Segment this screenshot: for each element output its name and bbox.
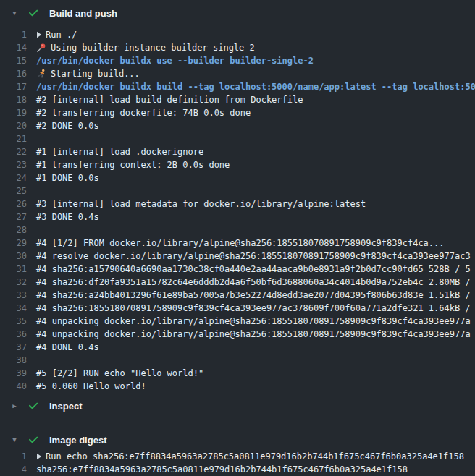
line-number[interactable]: 30 <box>0 250 27 263</box>
log-section-inspect: ▶Inspect <box>0 396 475 416</box>
runner-icon <box>36 69 51 79</box>
line-number[interactable]: 39 <box>0 367 27 380</box>
step-title-image-digest: Image digest <box>49 435 106 446</box>
log-text: #4 resolve docker.io/library/alpine@sha2… <box>27 250 475 263</box>
log-line: 26#3 [internal] load metadata for docker… <box>0 197 475 211</box>
log-text <box>27 184 475 197</box>
line-number[interactable]: 26 <box>0 197 27 211</box>
log-text: #2 DONE 0.0s <box>27 119 475 132</box>
success-check-icon <box>28 400 39 412</box>
line-number[interactable]: 18 <box>0 93 27 106</box>
log-section-image-digest: ▼Image digest1Run echo sha256:e7ff8834a5… <box>0 430 475 476</box>
log-line: 33#4 sha256:a24bb4013296f61e89ba57005a7b… <box>0 289 475 302</box>
expand-group-icon[interactable] <box>36 453 42 460</box>
log-text: #5 [2/2] RUN echo "Hello world!" <box>27 367 475 380</box>
log-line: 30#4 resolve docker.io/library/alpine@sh… <box>0 250 475 263</box>
log-line: 14Using builder instance builder-single-… <box>0 41 475 54</box>
log-line: 19#2 transferring dockerfile: 74B 0.0s d… <box>0 106 475 119</box>
line-number[interactable]: 23 <box>0 158 27 171</box>
log-text: #4 unpacking docker.io/library/alpine@sh… <box>27 328 475 341</box>
chevron-down-icon[interactable]: ▼ <box>10 437 19 443</box>
line-number[interactable]: 38 <box>0 354 27 367</box>
line-number[interactable]: 34 <box>0 302 27 315</box>
line-number[interactable]: 19 <box>0 106 27 119</box>
line-number[interactable]: 29 <box>0 237 27 250</box>
line-number[interactable]: 22 <box>0 145 27 158</box>
log-line: 20#2 DONE 0.0s <box>0 119 475 132</box>
log-line: 23#1 transferring context: 2B 0.0s done <box>0 158 475 171</box>
log-line: 27#3 DONE 0.4s <box>0 211 475 224</box>
log-line: 1Run ./ <box>0 28 475 41</box>
step-header-image-digest[interactable]: ▼Image digest <box>0 430 475 450</box>
log-line: 16Starting build... <box>0 67 475 80</box>
line-number[interactable]: 37 <box>0 341 27 354</box>
line-number[interactable]: 24 <box>0 171 27 184</box>
expand-group-icon[interactable] <box>36 31 42 38</box>
log-line: 35#4 unpacking docker.io/library/alpine@… <box>0 315 475 328</box>
log-text: #4 sha256:df20fa9351a15782c64e6dddb2d4a6… <box>27 276 475 289</box>
line-number[interactable]: 28 <box>0 224 27 237</box>
log-line: 1Run echo sha256:e7ff8834a5963a2785c5a08… <box>0 450 475 463</box>
success-check-icon <box>28 7 39 19</box>
success-check-icon <box>28 434 39 446</box>
log-line: 4sha256:e7ff8834a5963a2785c5a0811e979d16… <box>0 463 475 476</box>
log-line: 22#1 [internal] load .dockerignore <box>0 145 475 158</box>
log-text: #1 [internal] load .dockerignore <box>27 145 475 158</box>
line-number[interactable]: 17 <box>0 80 27 93</box>
log-text: #2 transferring dockerfile: 74B 0.0s don… <box>27 106 475 119</box>
log-text: #4 unpacking docker.io/library/alpine@sh… <box>27 315 475 328</box>
line-number[interactable]: 31 <box>0 263 27 276</box>
step-log-build-and-push: 1Run ./14Using builder instance builder-… <box>0 28 475 393</box>
log-line: 34#4 sha256:185518070891758909c9f839cf4c… <box>0 302 475 315</box>
log-line: 31#4 sha256:a15790640a6690aa1730c38cf0a4… <box>0 263 475 276</box>
chevron-right-icon[interactable]: ▶ <box>10 403 19 409</box>
log-line: 17/usr/bin/docker buildx build --tag loc… <box>0 80 475 93</box>
line-number[interactable]: 33 <box>0 289 27 302</box>
log-section-build-and-push: ▼Build and push1Run ./14Using builder in… <box>0 3 475 393</box>
log-text: Using builder instance builder-single-2 <box>27 41 475 54</box>
line-number[interactable]: 40 <box>0 380 27 393</box>
log-line: 24#1 DONE 0.0s <box>0 171 475 184</box>
line-number[interactable]: 27 <box>0 211 27 224</box>
log-text <box>27 224 475 237</box>
log-line: 40#5 0.060 Hello world! <box>0 380 475 393</box>
line-number[interactable]: 1 <box>0 450 27 463</box>
log-text: #3 DONE 0.4s <box>27 211 475 224</box>
line-number[interactable]: 4 <box>0 463 27 476</box>
log-text: #4 DONE 0.4s <box>27 341 475 354</box>
line-number[interactable]: 20 <box>0 119 27 132</box>
workflow-log-viewer: ▼Build and push1Run ./14Using builder in… <box>0 0 475 476</box>
line-number[interactable]: 36 <box>0 328 27 341</box>
log-text: #4 sha256:185518070891758909c9f839cf4ca3… <box>27 302 475 315</box>
chevron-down-icon[interactable]: ▼ <box>10 10 19 17</box>
log-text: Starting build... <box>27 67 475 80</box>
log-text: #2 [internal] load build definition from… <box>27 93 475 106</box>
log-text: #4 sha256:a24bb4013296f61e89ba57005a7b3e… <box>27 289 475 302</box>
step-log-image-digest: 1Run echo sha256:e7ff8834a5963a2785c5a08… <box>0 450 475 476</box>
log-text <box>27 354 475 367</box>
log-line: 29#4 [1/2] FROM docker.io/library/alpine… <box>0 237 475 250</box>
line-number[interactable]: 21 <box>0 132 27 145</box>
step-header-inspect[interactable]: ▶Inspect <box>0 396 475 416</box>
line-number[interactable]: 32 <box>0 276 27 289</box>
line-number[interactable]: 25 <box>0 184 27 197</box>
log-line: 28 <box>0 224 475 237</box>
line-number[interactable]: 35 <box>0 315 27 328</box>
log-text: Run echo sha256:e7ff8834a5963a2785c5a081… <box>27 450 475 463</box>
step-title-build-and-push: Build and push <box>49 8 117 19</box>
log-line: 25 <box>0 184 475 197</box>
log-line: 38 <box>0 354 475 367</box>
log-line: 32#4 sha256:df20fa9351a15782c64e6dddb2d4… <box>0 276 475 289</box>
step-title-inspect: Inspect <box>49 401 83 412</box>
line-number[interactable]: 1 <box>0 28 27 41</box>
line-number[interactable]: 14 <box>0 41 27 54</box>
log-text: sha256:e7ff8834a5963a2785c5a0811e979d16b… <box>27 463 475 476</box>
log-line: 21 <box>0 132 475 145</box>
log-text: #5 0.060 Hello world! <box>27 380 475 393</box>
log-text <box>27 132 475 145</box>
line-number[interactable]: 16 <box>0 67 27 80</box>
log-text: #1 transferring context: 2B 0.0s done <box>27 158 475 171</box>
log-text: #4 [1/2] FROM docker.io/library/alpine@s… <box>27 237 475 250</box>
step-header-build-and-push[interactable]: ▼Build and push <box>0 3 475 23</box>
line-number[interactable]: 15 <box>0 54 27 67</box>
